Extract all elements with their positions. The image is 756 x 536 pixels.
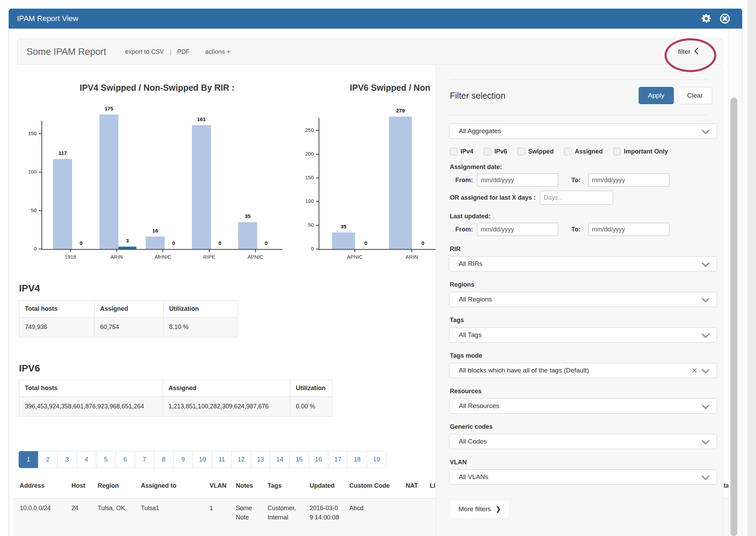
column-header-custom-code: Custom Code xyxy=(349,482,394,491)
bar-value-label: 161 xyxy=(190,116,214,123)
column-header-host: Host xyxy=(71,482,92,491)
report-title: Some IPAM Report xyxy=(27,47,106,57)
generic-codes-select[interactable]: All Codes xyxy=(449,434,717,449)
page-5[interactable]: 5 xyxy=(96,451,116,468)
filter-group-resources: ResourcesAll Resources xyxy=(449,388,717,414)
apply-button[interactable]: Apply xyxy=(639,87,674,104)
x-axis xyxy=(41,249,282,250)
assignment-date-to-input[interactable] xyxy=(588,173,669,187)
x-axis xyxy=(319,249,438,250)
chevron-down-icon xyxy=(701,439,710,447)
page-14[interactable]: 14 xyxy=(270,451,290,468)
chart-title: IPV4 Swipped / Non-Swipped By RIR : xyxy=(26,83,288,95)
column-header-address: Address xyxy=(20,482,65,491)
export-csv-link[interactable]: export to CSV xyxy=(125,48,164,56)
chevron-down-icon xyxy=(701,129,710,137)
clear-button[interactable]: Clear xyxy=(678,87,712,104)
ipv4-table-cell: 60,754 xyxy=(95,317,164,337)
ipv6-table-cell: 396,453,924,358,601,876,923,968,651,264 xyxy=(19,397,163,417)
row-cell: Tulsa, OK xyxy=(98,504,136,513)
checkbox-ipv4[interactable]: IPv4 xyxy=(450,148,473,155)
ipv4-table: Total hostsAssignedUtilization749,93660,… xyxy=(19,300,238,337)
last-updated-from-input[interactable] xyxy=(477,223,558,236)
bar-value-label: 16 xyxy=(143,228,167,235)
ipv4-table-header: Total hosts xyxy=(19,301,95,317)
page-17[interactable]: 17 xyxy=(328,451,348,468)
checkbox-label: Assigned xyxy=(575,148,603,155)
tags-select[interactable]: All Tags xyxy=(449,327,717,343)
y-tick-mark xyxy=(316,225,319,226)
pdf-link[interactable]: PDF xyxy=(177,48,190,56)
page-7[interactable]: 7 xyxy=(135,451,154,468)
page-13[interactable]: 13 xyxy=(251,451,270,468)
checkbox-label: Swipped xyxy=(528,148,554,155)
close-icon[interactable] xyxy=(719,13,730,24)
tags-mode-select[interactable]: All blocks which have all of the tags (D… xyxy=(449,363,717,378)
page-2[interactable]: 2 xyxy=(38,451,58,468)
assignment-date-from-input[interactable] xyxy=(477,173,558,187)
last-updated-to-input[interactable] xyxy=(588,223,669,236)
column-header-nat: NAT xyxy=(406,482,425,491)
checkbox-label: Important Only xyxy=(624,148,668,155)
filter-checkbox-row: IPv4IPv6SwippedAssignedImportant Only xyxy=(450,148,717,155)
column-header-region: Region xyxy=(98,482,136,491)
ipv6-table: Total hostsAssignedUtilization396,453,92… xyxy=(19,380,332,417)
last-updated-label: Last updated: xyxy=(450,213,717,220)
page-15[interactable]: 15 xyxy=(289,451,309,468)
scrollbar-thumb[interactable] xyxy=(730,98,737,536)
checkbox-swipped[interactable]: Swipped xyxy=(517,148,554,155)
page-1[interactable]: 1 xyxy=(19,451,38,468)
to-label: To: xyxy=(571,226,581,233)
x-tick-mark xyxy=(70,250,71,252)
filter-group-rir: RIRAll RIRs xyxy=(449,246,717,271)
chevron-right-icon: ❯ xyxy=(496,505,501,513)
page-11[interactable]: 11 xyxy=(212,451,232,468)
bar-swipped-ARIN xyxy=(389,117,412,249)
vlan-select[interactable]: All VLANs xyxy=(449,469,717,485)
rir-select[interactable]: All RIRs xyxy=(449,256,717,271)
page-4[interactable]: 4 xyxy=(77,451,96,468)
ipv4-table-cell: 8.10 % xyxy=(164,317,238,337)
page-10[interactable]: 10 xyxy=(193,451,212,468)
window-title: IPAM Report View xyxy=(17,9,78,29)
page-3[interactable]: 3 xyxy=(57,451,77,468)
y-tick-mark xyxy=(316,249,319,249)
regions-select[interactable]: All Regions xyxy=(449,292,717,307)
row-cell: 24 xyxy=(71,504,92,513)
toolbar-separator: | xyxy=(170,48,172,56)
aggregates-select[interactable]: All Aggregates xyxy=(449,123,717,139)
clear-selection-icon[interactable]: ✕ xyxy=(692,367,697,375)
bar-value-label: 3 xyxy=(115,238,139,245)
checkbox-assigned[interactable]: Assigned xyxy=(564,148,603,155)
checkbox-important-only[interactable]: Important Only xyxy=(613,148,668,155)
filter-group-generic-codes: Generic codesAll Codes xyxy=(449,423,717,449)
resources-select[interactable]: All Resources xyxy=(449,398,717,414)
bar-value-label: 0 xyxy=(208,240,232,247)
checkbox-ipv6[interactable]: IPv6 xyxy=(484,148,507,155)
checkbox-box xyxy=(613,148,621,155)
days-input[interactable] xyxy=(540,191,613,205)
y-tick-mark xyxy=(316,154,319,155)
page-6[interactable]: 6 xyxy=(115,451,135,468)
checkbox-label: IPv4 xyxy=(461,148,473,155)
ipv4-table-cell: 749,936 xyxy=(19,317,95,337)
filter-collapse-toggle[interactable]: filter xyxy=(678,48,699,56)
x-tick-mark xyxy=(163,250,163,252)
page-19[interactable]: 19 xyxy=(367,451,386,468)
ipv4-table-row: 749,93660,7548.10 % xyxy=(19,317,238,337)
more-filters-button[interactable]: More filters ❯ xyxy=(450,500,510,518)
page-16[interactable]: 16 xyxy=(309,451,328,468)
page-18[interactable]: 18 xyxy=(347,451,367,468)
x-category-label: APNIC xyxy=(334,254,376,261)
filter-group-label: Tags mode xyxy=(450,352,717,359)
page-12[interactable]: 12 xyxy=(231,451,251,468)
actions-menu[interactable]: actions + xyxy=(205,48,230,56)
page-8[interactable]: 8 xyxy=(154,451,174,468)
gear-icon[interactable] xyxy=(701,13,712,24)
checkbox-box xyxy=(484,148,491,155)
page-9[interactable]: 9 xyxy=(173,451,193,468)
y-tick-mark xyxy=(316,130,319,131)
row-cell: Tulsa1 xyxy=(141,504,200,513)
select-value: All Codes xyxy=(459,438,487,445)
vertical-scrollbar[interactable] xyxy=(728,29,739,536)
